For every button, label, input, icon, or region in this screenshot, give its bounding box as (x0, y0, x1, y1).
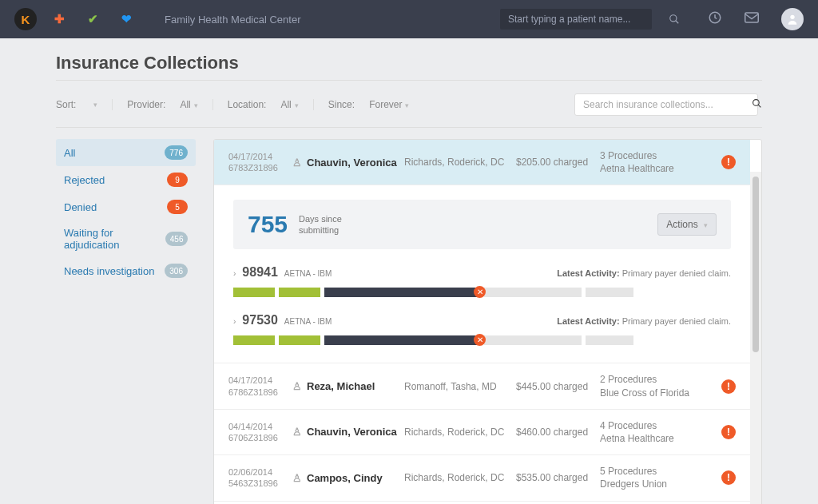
claim-code: 98941 (242, 265, 278, 280)
row-date: 04/17/20146783Z31896 (228, 151, 292, 174)
row-procedures: 4 ProceduresAetna Healthcare (600, 419, 704, 445)
claim-activity: Latest Activity: Primary payer denied cl… (557, 268, 731, 278)
claim-item: ›97530AETNA - IBMLatest Activity: Primar… (233, 313, 731, 345)
count-badge: 306 (165, 264, 188, 278)
collections-search-input[interactable] (574, 93, 758, 116)
sidebar-item-label: Rejected (64, 174, 105, 186)
claim-activity: Latest Activity: Primary payer denied cl… (557, 316, 731, 326)
count-badge: 456 (165, 232, 188, 246)
days-label: Days sincesubmitting (299, 213, 342, 236)
row-date: 04/17/20146786Z31896 (228, 375, 292, 398)
row-patient: ♙Chauvin, Veronica (292, 157, 404, 169)
sidebar-item-label: Waiting for adjudication (64, 227, 165, 251)
row-patient: ♙Chauvin, Veronica (292, 426, 404, 438)
collections-list: 04/17/20146783Z31896♙Chauvin, VeronicaRi… (213, 139, 762, 504)
count-badge: 776 (165, 145, 188, 160)
sidebar-item[interactable]: Needs investigation306 (56, 257, 196, 284)
top-bar: K ✚ ✔ ❤ Family Health Medical Center (0, 0, 818, 38)
collection-row[interactable]: 04/14/20146706Z31896♙Chauvin, VeronicaRi… (214, 410, 750, 455)
sidebar-item-label: Denied (64, 201, 97, 213)
sidebar-item-label: All (64, 147, 75, 159)
status-sidebar: All776Rejected9Denied5Waiting for adjudi… (56, 139, 196, 504)
row-patient: ♙Campos, Cindy (292, 472, 404, 484)
scrollbar[interactable] (750, 172, 761, 504)
row-provider: Richards, Roderick, DC (404, 157, 516, 168)
patient-search-input[interactable] (500, 9, 652, 30)
provider-filter[interactable]: All▾ (180, 99, 197, 110)
divider (56, 80, 762, 81)
page-title: Insurance Collections (56, 53, 762, 73)
row-procedures: 2 ProceduresBlue Cross of Florida (600, 373, 704, 399)
collection-row[interactable]: 02/06/20145463Z31896♙Campos, CindyRichar… (214, 455, 750, 501)
row-procedures: 3 ProceduresAetna Healthcare (600, 149, 704, 175)
scrollbar-thumb[interactable] (752, 177, 759, 352)
sidebar-item[interactable]: Rejected9 (56, 166, 196, 193)
svg-point-4 (790, 15, 794, 19)
progress-bar (233, 288, 731, 297)
history-icon[interactable] (708, 10, 722, 28)
since-label: Since: (328, 99, 355, 110)
search-icon[interactable] (752, 98, 762, 111)
svg-point-5 (753, 100, 760, 106)
sidebar-item-label: Needs investigation (64, 265, 154, 277)
progress-bar (233, 335, 731, 345)
count-badge: 9 (167, 173, 188, 187)
chevron-down-icon: ▾ (704, 221, 708, 229)
svg-line-6 (758, 105, 760, 107)
location-filter[interactable]: All▾ (280, 99, 298, 110)
nav-icon-2[interactable]: ✔ (81, 8, 104, 30)
collection-row[interactable]: 04/17/20146786Z31896♙Reza, MichaelRomano… (214, 363, 750, 409)
row-provider: Richards, Roderick, DC (404, 427, 516, 438)
collection-row[interactable]: 11/11/20134202Z31896♙Cameron, KellyanneR… (214, 502, 750, 505)
claim-item: ›98941AETNA - IBMLatest Activity: Primar… (233, 265, 731, 297)
person-icon: ♙ (292, 380, 302, 392)
org-name: Family Health Medical Center (165, 14, 489, 26)
sidebar-item[interactable]: Denied5 (56, 193, 196, 220)
warning-icon: ! (721, 155, 736, 169)
svg-rect-3 (745, 13, 759, 22)
detail-header: 755Days sincesubmittingActions ▾ (233, 200, 731, 249)
actions-button[interactable]: Actions ▾ (657, 213, 717, 236)
person-icon: ♙ (292, 157, 302, 169)
provider-label: Provider: (127, 99, 165, 110)
sort-label: Sort: (56, 99, 76, 110)
mail-icon[interactable] (745, 12, 759, 26)
row-amount: $460.00 charged (516, 427, 600, 438)
row-amount: $205.00 charged (516, 157, 600, 168)
avatar[interactable] (781, 8, 804, 30)
sidebar-item[interactable]: Waiting for adjudication456 (56, 220, 196, 257)
filter-bar: Sort:▾ Provider: All▾ Location: All▾ Sin… (56, 89, 762, 128)
claim-plan: AETNA - IBM (284, 317, 332, 326)
svg-line-1 (676, 21, 679, 24)
nav-icon-3[interactable]: ❤ (115, 8, 137, 30)
location-label: Location: (228, 99, 267, 110)
row-provider: Richards, Roderick, DC (404, 472, 516, 483)
collection-row[interactable]: 04/17/20146783Z31896♙Chauvin, VeronicaRi… (214, 140, 750, 185)
row-detail: 755Days sincesubmittingActions ▾›98941AE… (214, 185, 750, 363)
chevron-down-icon[interactable]: ▾ (93, 101, 97, 109)
person-icon: ♙ (292, 426, 302, 438)
logo-icon[interactable]: K (14, 8, 37, 30)
warning-icon: ! (721, 470, 736, 485)
svg-point-0 (670, 15, 677, 22)
row-date: 04/14/20146706Z31896 (228, 421, 292, 444)
person-icon: ♙ (292, 472, 302, 484)
claim-plan: AETNA - IBM (284, 269, 332, 278)
search-icon[interactable] (663, 8, 685, 30)
row-procedures: 5 ProceduresDredgers Union (600, 465, 704, 490)
sidebar-item[interactable]: All776 (56, 139, 196, 166)
nav-icon-1[interactable]: ✚ (48, 8, 70, 30)
expand-icon[interactable]: › (233, 269, 236, 278)
warning-icon: ! (721, 379, 736, 394)
row-amount: $445.00 charged (516, 381, 600, 392)
row-amount: $535.00 charged (516, 472, 600, 483)
warning-icon: ! (721, 425, 736, 439)
days-count: 755 (248, 211, 288, 238)
count-badge: 5 (167, 200, 188, 214)
claim-code: 97530 (242, 313, 278, 327)
row-provider: Romanoff, Tasha, MD (404, 381, 516, 392)
row-patient: ♙Reza, Michael (292, 380, 404, 392)
expand-icon[interactable]: › (233, 317, 236, 326)
since-filter[interactable]: Forever▾ (369, 99, 409, 110)
row-date: 02/06/20145463Z31896 (228, 466, 292, 490)
